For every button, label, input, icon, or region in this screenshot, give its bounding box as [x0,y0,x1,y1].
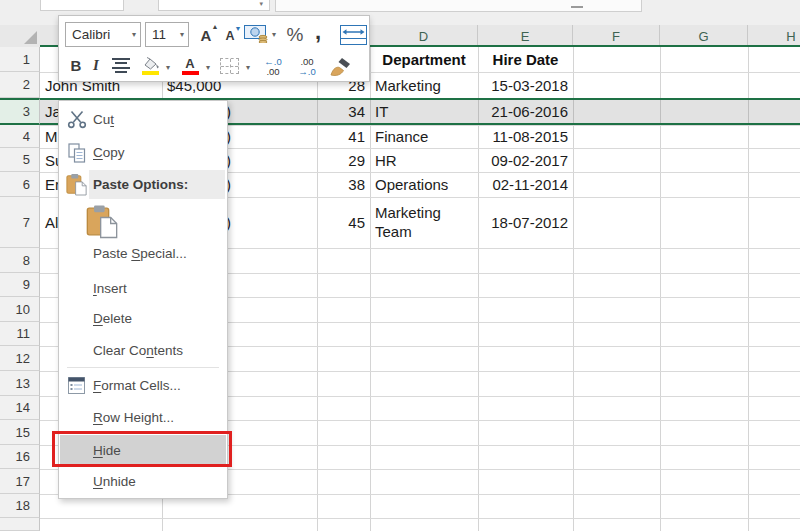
menu-item-copy[interactable]: Copy [60,137,226,168]
format-painter-icon [329,57,353,77]
cell-D3[interactable]: IT [370,98,478,125]
column-header-H[interactable]: H [748,25,800,47]
font-name-select[interactable]: Calibri ▾ [65,22,141,47]
cell-D4[interactable]: Finance [370,125,478,148]
column-header-D[interactable]: D [370,25,478,47]
fill-color-icon [141,57,160,75]
cell-E1[interactable]: Hire Date [478,47,573,72]
accounting-format-icon [244,25,269,43]
row-header-4[interactable]: 4 [0,125,40,148]
row-header-9[interactable]: 9 [0,273,40,297]
decrease-font-size-icon: A▼ [225,29,234,43]
cell-E2[interactable]: 15-03-2018 [478,72,573,98]
menu-item-delete[interactable]: Delete [60,303,226,334]
increase-decimal-button[interactable]: .00→.0 [291,55,323,79]
borders-dropdown[interactable]: ▾ [243,62,253,74]
row-header-10[interactable]: 10 [0,297,40,322]
cell-E5[interactable]: 09-02-2017 [478,148,573,172]
row-header-15[interactable]: 15 [0,420,40,445]
borders-button[interactable] [219,57,240,75]
font-color-icon: A [182,57,199,75]
cell-E3[interactable]: 21-06-2016 [478,98,573,125]
font-name-value: Calibri [72,27,110,42]
menu-item-paste-special[interactable]: Paste Special... [60,238,226,268]
row-header-17[interactable]: 17 [0,469,40,494]
increase-font-size-button[interactable]: A▲ [195,25,217,45]
cell-D1[interactable]: Department [370,47,478,72]
cell-D2[interactable]: Marketing [370,72,478,98]
row-header-16[interactable]: 16 [0,445,40,469]
row-header-8[interactable]: 8 [0,248,40,273]
column-header-G[interactable]: G [660,25,748,47]
menu-item-paste-button[interactable] [85,199,226,243]
comma-style-button[interactable]: , [311,18,325,46]
row-header-2[interactable]: 2 [0,72,40,98]
row-header-11[interactable]: 11 [0,322,40,346]
menu-item-cut[interactable]: Cut [60,104,226,135]
menu-separator [67,367,219,368]
chevron-down-icon: ▾ [166,64,170,72]
cell-C4[interactable]: 41 [317,125,370,148]
column-header-F[interactable]: F [573,25,660,47]
accounting-format-dropdown[interactable]: ▾ [269,29,279,41]
cell-E6[interactable]: 02-11-2014 [478,172,573,197]
cell-D6[interactable]: Operations [370,172,478,197]
menu-item-format-cells[interactable]: Format Cells... [60,370,226,401]
row-header-18[interactable]: 18 [0,494,40,518]
mini-formatting-toolbar: Calibri ▾ 11 ▾ A▲ A▼ ▾ % , [58,15,370,82]
fill-color-button[interactable] [138,54,162,78]
row-header-6[interactable]: 6 [0,172,40,197]
menu-item-insert[interactable]: Insert [60,273,226,303]
cell-D7[interactable]: Marketing Team [370,197,478,248]
cell-E7[interactable]: 18-07-2012 [478,197,573,248]
row-header-7[interactable]: 7 [0,197,40,248]
menu-item-clear-contents[interactable]: Clear Contents [60,335,226,366]
scissors-icon [60,110,93,129]
menu-item-label: Clear Contents [93,343,183,358]
row-header-1[interactable]: 1 [0,47,40,72]
increase-font-size-icon: A▲ [201,27,212,44]
menu-item-label: Delete [93,311,132,326]
font-color-button[interactable]: A [179,54,201,78]
cell-E4[interactable]: 11-08-2015 [478,125,573,148]
menu-item-label: Paste Options: [93,177,188,192]
menu-item-paste-options[interactable]: Paste Options: [60,170,226,199]
autofit-width-icon [340,25,367,45]
decrease-decimal-button[interactable]: ←.0.00 [257,55,289,79]
font-color-dropdown[interactable]: ▾ [203,62,213,74]
row-header-partial[interactable] [0,518,40,531]
row-header-14[interactable]: 14 [0,396,40,420]
menu-item-label: Cut [93,112,114,127]
paste-icon [60,173,93,196]
column-header-E[interactable]: E [478,25,573,47]
menu-item-row-height[interactable]: Row Height... [60,401,226,433]
row-header-3[interactable]: 3 [0,98,40,125]
percent-style-button[interactable]: % [283,23,307,47]
format-painter-button[interactable] [327,55,355,78]
cell-C7[interactable]: 45 [317,197,370,248]
chevron-down-icon: ▾ [180,31,184,39]
select-all-corner[interactable] [0,25,41,47]
cell-C5[interactable]: 29 [317,148,370,172]
autofit-width-button[interactable] [339,24,367,45]
decrease-font-size-button[interactable]: A▼ [220,27,240,45]
menu-item-label: Unhide [93,474,136,489]
gridline-horizontal [40,518,800,519]
italic-button[interactable]: I [89,54,103,76]
center-align-button[interactable] [109,57,133,74]
row-header-12[interactable]: 12 [0,346,40,371]
font-size-select[interactable]: 11 ▾ [145,22,189,47]
cell-C3[interactable]: 34 [317,98,370,125]
bold-button[interactable]: B [67,54,85,76]
fill-color-dropdown[interactable]: ▾ [163,62,173,74]
center-align-icon [112,58,130,73]
cell-D5[interactable]: HR [370,148,478,172]
paste-icon-large [85,204,118,239]
comma-icon: , [315,19,321,45]
menu-item-label: Paste Special... [93,246,187,261]
cell-C6[interactable]: 38 [317,172,370,197]
row-header-5[interactable]: 5 [0,148,40,172]
accounting-format-button[interactable] [243,24,269,44]
row-header-13[interactable]: 13 [0,371,40,396]
menu-item-unhide[interactable]: Unhide [60,466,226,497]
